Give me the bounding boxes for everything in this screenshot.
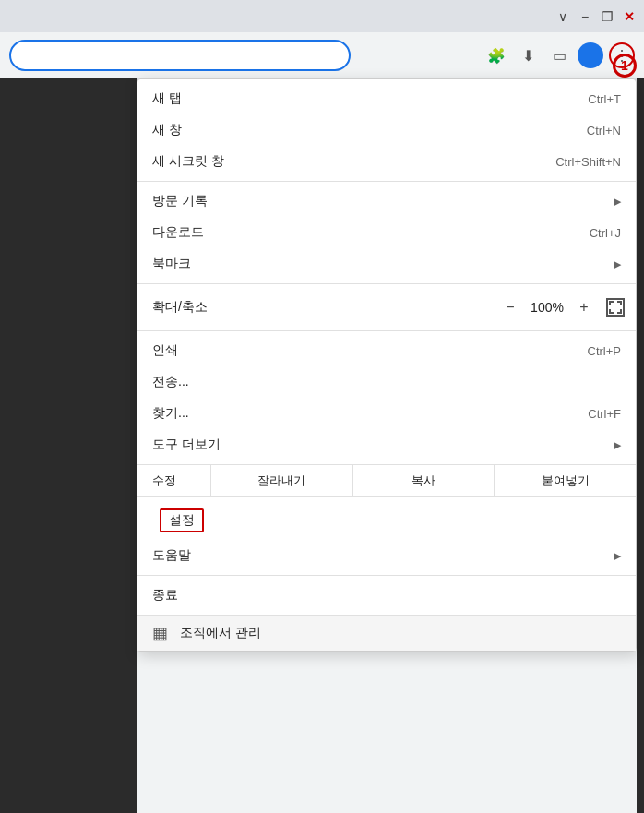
extensions-icon[interactable]: 🧩 — [483, 42, 509, 68]
settings-label: 설정 — [160, 508, 204, 532]
menu-item-incognito[interactable]: 새 시크릿 창 Ctrl+Shift+N — [137, 146, 636, 177]
badge-1: 1 — [613, 54, 637, 78]
new-tab-shortcut: Ctrl+T — [588, 92, 621, 106]
cut-button[interactable]: 잘라내기 — [211, 465, 353, 496]
new-window-shortcut: Ctrl+N — [587, 124, 621, 137]
new-tab-label: 새 탭 — [152, 90, 182, 107]
paste-button[interactable]: 붙여넣기 — [495, 465, 636, 496]
zoom-value: 100% — [529, 300, 566, 315]
menu-item-settings[interactable]: 설정 — [137, 501, 636, 540]
menu-section-new: 새 탭 Ctrl+T 새 창 Ctrl+N 새 시크릿 창 Ctrl+Shift… — [137, 79, 636, 182]
help-label: 도움말 — [152, 547, 191, 564]
menu-section-zoom: 확대/축소 − 100% + — [137, 284, 636, 331]
zoom-plus-button[interactable]: + — [573, 296, 595, 318]
find-shortcut: Ctrl+F — [588, 407, 621, 421]
print-label: 인쇄 — [152, 342, 178, 359]
menu-section-settings: 설정 도움말 ▶ — [137, 497, 636, 576]
minimize-button[interactable]: − — [578, 9, 592, 24]
exit-label: 종료 — [152, 587, 178, 604]
close-button[interactable]: ✕ — [622, 9, 637, 24]
manage-org-icon: ▦ — [152, 623, 173, 643]
more-tools-arrow: ▶ — [614, 439, 621, 451]
incognito-label: 새 시크릿 창 — [152, 153, 224, 170]
bookmarks-label: 북마크 — [152, 256, 191, 272]
menu-item-print[interactable]: 인쇄 Ctrl+P — [137, 335, 636, 366]
profile-icon[interactable] — [578, 42, 603, 68]
incognito-shortcut: Ctrl+Shift+N — [555, 155, 621, 169]
menu-item-cast[interactable]: 전송... — [137, 366, 636, 398]
dropdown-menu: 새 탭 Ctrl+T 새 창 Ctrl+N 새 시크릿 창 Ctrl+Shift… — [137, 78, 637, 652]
chevron-down-icon[interactable]: ∨ — [555, 9, 570, 24]
menu-item-exit[interactable]: 종료 — [137, 580, 636, 611]
menu-item-bookmarks[interactable]: 북마크 ▶ — [137, 248, 636, 280]
help-arrow: ▶ — [614, 550, 621, 562]
restore-button[interactable]: ❐ — [600, 9, 614, 24]
cast-label: 전송... — [152, 374, 189, 390]
zoom-row: 확대/축소 − 100% + — [137, 288, 636, 327]
menu-section-exit: 종료 — [137, 576, 636, 616]
bookmarks-arrow: ▶ — [614, 258, 621, 270]
menu-section-edit: 수정 잘라내기 복사 붙여넣기 — [137, 465, 636, 497]
copy-button[interactable]: 복사 — [353, 465, 495, 496]
zoom-label: 확대/축소 — [137, 292, 499, 323]
menu-item-downloads[interactable]: 다운로드 Ctrl+J — [137, 217, 636, 248]
download-icon[interactable]: ⬇ — [515, 42, 541, 68]
sidebar-background — [0, 78, 137, 813]
right-background — [637, 78, 644, 813]
zoom-controls: − 100% + — [499, 296, 636, 318]
menu-item-find[interactable]: 찾기... Ctrl+F — [137, 398, 636, 429]
zoom-minus-button[interactable]: − — [499, 296, 521, 318]
edit-label: 수정 — [137, 465, 211, 496]
find-label: 찾기... — [152, 405, 189, 422]
history-arrow: ▶ — [614, 196, 621, 208]
new-window-label: 새 창 — [152, 122, 182, 138]
menu-item-help[interactable]: 도움말 ▶ — [137, 540, 636, 571]
manage-org-label: 조직에서 관리 — [180, 625, 261, 641]
browser-window: ∨ − ❐ ✕ 🧩 ⬇ ▭ ⋮ ... Writing — [0, 0, 644, 813]
cast-icon[interactable]: ▭ — [546, 42, 572, 68]
address-bar-row: 🧩 ⬇ ▭ ⋮ — [0, 32, 644, 78]
address-bar[interactable] — [9, 40, 351, 71]
manage-org-row[interactable]: ▦ 조직에서 관리 — [137, 616, 636, 651]
downloads-label: 다운로드 — [152, 224, 204, 241]
menu-section-history: 방문 기록 ▶ 다운로드 Ctrl+J 북마크 ▶ — [137, 182, 636, 284]
more-tools-label: 도구 더보기 — [152, 436, 221, 453]
downloads-shortcut: Ctrl+J — [590, 226, 621, 240]
title-bar: ∨ − ❐ ✕ — [0, 0, 644, 32]
menu-section-tools: 인쇄 Ctrl+P 전송... 찾기... Ctrl+F 도구 더보기 ▶ — [137, 331, 636, 465]
fullscreen-button[interactable] — [606, 298, 625, 317]
print-shortcut: Ctrl+P — [588, 344, 621, 358]
menu-item-new-tab[interactable]: 새 탭 Ctrl+T — [137, 83, 636, 114]
history-label: 방문 기록 — [152, 193, 208, 209]
menu-item-history[interactable]: 방문 기록 ▶ — [137, 185, 636, 217]
menu-item-new-window[interactable]: 새 창 Ctrl+N — [137, 114, 636, 146]
menu-item-more-tools[interactable]: 도구 더보기 ▶ — [137, 429, 636, 460]
